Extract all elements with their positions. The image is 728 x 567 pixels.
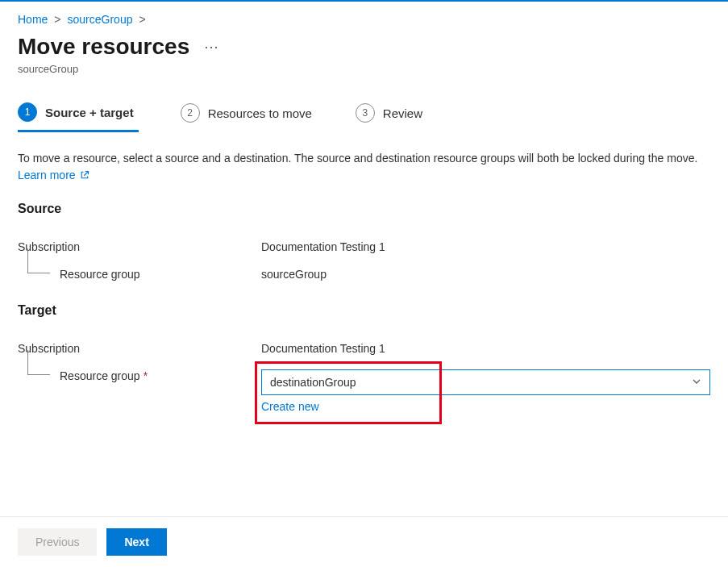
external-link-icon xyxy=(80,170,89,180)
tab-review[interactable]: 3 Review xyxy=(356,97,427,131)
breadcrumb-home[interactable]: Home xyxy=(18,13,48,26)
previous-button[interactable]: Previous xyxy=(18,528,97,556)
step-number-icon: 1 xyxy=(18,102,37,122)
next-button[interactable]: Next xyxy=(106,528,166,556)
source-subscription-label: Subscription xyxy=(18,240,261,253)
chevron-right-icon: > xyxy=(54,13,60,26)
target-subscription-label: Subscription xyxy=(18,342,261,355)
chevron-right-icon: > xyxy=(139,13,145,26)
select-value: destinationGroup xyxy=(270,376,356,389)
target-heading: Target xyxy=(18,303,710,318)
page-subtitle: sourceGroup xyxy=(18,63,710,75)
description-text: To move a resource, select a source and … xyxy=(18,150,710,184)
required-asterisk: * xyxy=(144,369,148,382)
step-label: Resources to move xyxy=(208,106,312,120)
footer-actions: Previous Next xyxy=(0,516,728,567)
tab-resources-to-move[interactable]: 2 Resources to move xyxy=(181,97,317,131)
step-label: Review xyxy=(383,106,422,120)
source-subscription-value: Documentation Testing 1 xyxy=(261,240,710,253)
learn-more-link[interactable]: Learn more xyxy=(18,169,89,181)
source-heading: Source xyxy=(18,202,710,216)
tab-source-target[interactable]: 1 Source + target xyxy=(18,96,139,132)
chevron-down-icon xyxy=(692,376,701,389)
step-tabs: 1 Source + target 2 Resources to move 3 … xyxy=(18,96,710,132)
page-title: Move resources xyxy=(18,34,189,60)
step-number-icon: 3 xyxy=(356,103,375,123)
more-actions-icon[interactable]: ⋯ xyxy=(204,38,219,56)
target-resource-group-label: Resource group* xyxy=(18,369,261,382)
target-resource-group-select[interactable]: destinationGroup xyxy=(261,369,710,395)
source-resource-group-label: Resource group xyxy=(18,268,261,281)
target-subscription-value: Documentation Testing 1 xyxy=(261,342,710,355)
breadcrumb: Home > sourceGroup > xyxy=(18,13,710,26)
breadcrumb-source-group[interactable]: sourceGroup xyxy=(68,13,133,26)
step-label: Source + target xyxy=(45,106,134,119)
step-number-icon: 2 xyxy=(181,103,200,123)
source-resource-group-value: sourceGroup xyxy=(261,268,710,281)
create-new-link[interactable]: Create new xyxy=(261,400,319,413)
